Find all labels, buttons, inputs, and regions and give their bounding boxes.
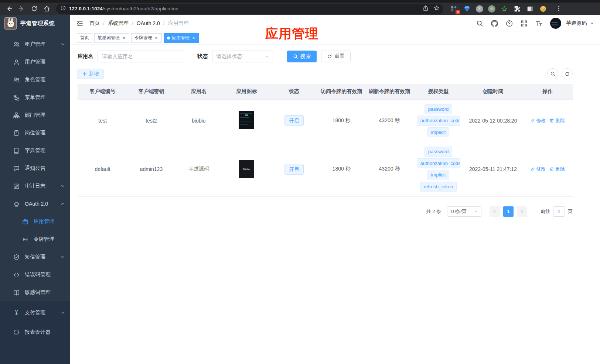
address-bar[interactable]: 127.0.0.1:1024/system/oauth2/oauth2/appl… bbox=[56, 4, 443, 14]
cell-secret: test2 bbox=[127, 99, 175, 142]
fullscreen-icon[interactable] bbox=[521, 20, 528, 27]
sidebar-item-label: 敏感词管理 bbox=[25, 289, 65, 296]
tab-home[interactable]: 首页 bbox=[77, 33, 92, 43]
extension-star-icon[interactable] bbox=[500, 5, 508, 13]
sidebar-item-oauth2-app[interactable]: 应用管理 bbox=[0, 213, 70, 230]
site-info-icon[interactable] bbox=[61, 6, 66, 12]
extension-gem-icon[interactable] bbox=[463, 5, 471, 13]
breadcrumb-item[interactable]: OAuth 2.0 bbox=[137, 20, 160, 26]
tab-close-icon[interactable]: × bbox=[122, 36, 126, 40]
search-button[interactable]: 搜索 bbox=[287, 51, 317, 62]
message-icon bbox=[13, 165, 20, 172]
sidebar-item-label: 错误码管理 bbox=[25, 271, 65, 278]
browser-tab-strip bbox=[0, 0, 600, 3]
browser-back-button[interactable] bbox=[4, 4, 14, 14]
dict-icon bbox=[13, 148, 20, 154]
sidebar-item-notice[interactable]: 通知公告 bbox=[0, 159, 70, 177]
cell-refresh-ttl: 43200 秒 bbox=[365, 99, 413, 142]
sidebar-item-sms[interactable]: 短信管理 bbox=[0, 248, 70, 266]
sidebar-item-label: 通知公告 bbox=[25, 165, 65, 172]
refresh-table-button[interactable] bbox=[562, 68, 573, 79]
sidebar-item-audit-log[interactable]: 审计日志 bbox=[0, 177, 70, 195]
navbar: 首页/系统管理/OAuth 2.0/应用管理 芋道源码 bbox=[70, 15, 600, 32]
sidebar-toggle-browser-icon[interactable] bbox=[526, 5, 534, 13]
header-search-icon[interactable] bbox=[476, 20, 483, 27]
users-icon bbox=[13, 77, 20, 83]
sidebar-item-menu[interactable]: 菜单管理 bbox=[0, 89, 70, 106]
column-header-secret: 客户端密钥 bbox=[127, 84, 175, 99]
breadcrumb-separator: / bbox=[132, 20, 133, 26]
browser-forward-button[interactable] bbox=[16, 4, 27, 14]
tab-app[interactable]: 应用管理× bbox=[164, 33, 199, 43]
profile-emoji-avatar[interactable] bbox=[539, 5, 547, 13]
sidebar-item-role[interactable]: 角色管理 bbox=[0, 71, 70, 89]
cell-created: 2022-05-11 21:47:12 bbox=[463, 142, 523, 196]
sidebar-item-label: 部门管理 bbox=[25, 112, 65, 119]
goto-page-input[interactable] bbox=[553, 206, 565, 217]
search-form: 应用名 状态 请选择状态 搜索 重置 bbox=[78, 51, 573, 62]
extension-recorder-icon[interactable] bbox=[488, 5, 495, 13]
extension-command-icon[interactable]: ⌘ bbox=[476, 5, 483, 13]
column-header-access_ttl: 访问令牌的有效期 bbox=[317, 84, 365, 99]
edit-button[interactable]: 修改 bbox=[530, 117, 546, 124]
bookmark-star-icon[interactable] bbox=[434, 5, 440, 13]
toggle-search-button[interactable] bbox=[547, 68, 558, 79]
page-size-select[interactable]: 10条/页 bbox=[447, 206, 481, 217]
sidebar-item-pay[interactable]: 支付管理 bbox=[0, 303, 70, 322]
app-logo-row[interactable]: 芋道管理系统 bbox=[0, 15, 70, 32]
share-icon[interactable] bbox=[423, 5, 429, 13]
reset-button-label: 重置 bbox=[334, 53, 345, 60]
extension-tag-manager-icon[interactable]: 9 bbox=[450, 5, 458, 13]
delete-button[interactable]: 删除 bbox=[549, 166, 565, 172]
font-size-icon[interactable] bbox=[535, 20, 542, 27]
extension-badge: 9 bbox=[456, 10, 460, 14]
browser-menu-icon[interactable] bbox=[553, 4, 564, 14]
cell-created: 2022-05-12 00:28:20 bbox=[463, 99, 523, 142]
delete-button[interactable]: 删除 bbox=[549, 117, 565, 124]
browser-reload-button[interactable] bbox=[29, 4, 39, 14]
grant-type-tag: implicit bbox=[427, 170, 450, 180]
sidebar-item-errcode[interactable]: 错误码管理 bbox=[0, 266, 70, 284]
page-number-1[interactable]: 1 bbox=[503, 206, 514, 217]
user-menu-caret-icon[interactable] bbox=[590, 21, 594, 25]
breadcrumb-item[interactable]: 首页 bbox=[89, 20, 100, 27]
next-page-button[interactable] bbox=[517, 206, 527, 217]
tab-close-icon[interactable]: × bbox=[191, 36, 196, 40]
tab-token[interactable]: 令牌管理× bbox=[131, 33, 162, 43]
sidebar-item-post[interactable]: 岗位管理 bbox=[0, 124, 70, 142]
sidebar-item-sensitive-word[interactable]: 敏感词管理 bbox=[0, 284, 70, 301]
status-tag: 开启 bbox=[284, 164, 304, 175]
sidebar-item-dict[interactable]: 字典管理 bbox=[0, 142, 70, 159]
tab-sensitive-word[interactable]: 敏感词管理× bbox=[94, 33, 129, 43]
extensions-puzzle-icon[interactable] bbox=[513, 5, 521, 13]
help-icon[interactable] bbox=[506, 20, 513, 27]
reset-button[interactable]: 重置 bbox=[321, 51, 351, 62]
sidebar-item-oauth2-token[interactable]: 令牌管理 bbox=[0, 230, 70, 248]
username[interactable]: 芋道源码 bbox=[566, 20, 587, 27]
browser-home-button[interactable] bbox=[41, 4, 52, 14]
status-select[interactable]: 请选择状态 bbox=[212, 51, 273, 62]
cell-grants: passwordauthorization_codeimplicitrefres… bbox=[413, 142, 463, 196]
sidebar-item-report[interactable]: 报表设计器 bbox=[0, 322, 70, 342]
user-avatar[interactable] bbox=[550, 18, 561, 29]
tab-close-icon[interactable]: × bbox=[154, 36, 158, 40]
column-header-actions: 操作 bbox=[523, 84, 573, 99]
audit-icon bbox=[13, 183, 20, 189]
prev-page-button[interactable] bbox=[490, 206, 500, 217]
users-icon bbox=[13, 41, 20, 48]
sidebar-item-tenant[interactable]: 租户管理 bbox=[0, 35, 70, 53]
column-header-created: 创建时间 bbox=[463, 84, 523, 99]
edit-button[interactable]: 修改 bbox=[530, 166, 546, 172]
github-icon[interactable] bbox=[491, 20, 498, 27]
sidebar-item-oauth2[interactable]: OAuth 2.0 bbox=[0, 195, 70, 213]
tab-label: 敏感词管理 bbox=[98, 35, 120, 41]
table-row: testtest2biubiu开启1800 秒43200 秒passwordau… bbox=[78, 99, 573, 142]
breadcrumb-item[interactable]: 系统管理 bbox=[108, 20, 129, 27]
pagination: 共 2 条 10条/页 1 前往 页 bbox=[78, 206, 573, 217]
add-button[interactable]: 新增 bbox=[78, 69, 103, 79]
sidebar-item-user[interactable]: 用户管理 bbox=[0, 53, 70, 71]
shield-icon bbox=[13, 254, 20, 260]
sidebar-collapse-icon[interactable] bbox=[76, 20, 83, 27]
sidebar-item-dept[interactable]: 部门管理 bbox=[0, 106, 70, 124]
app-name-input[interactable] bbox=[98, 51, 183, 62]
